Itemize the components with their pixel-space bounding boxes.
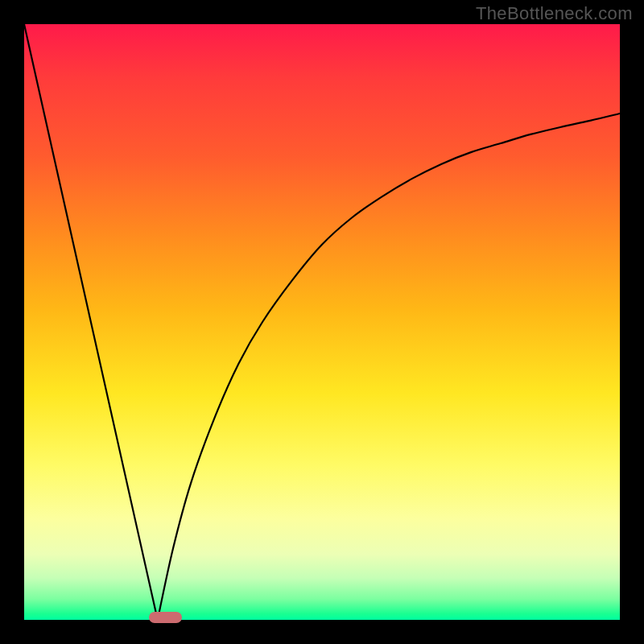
plot-area [24,24,620,620]
curve-left-branch [24,24,158,620]
curve-right-branch [158,114,620,620]
optimal-marker [149,612,182,623]
watermark-text: TheBottleneck.com [476,3,633,24]
bottleneck-curve [24,24,620,620]
chart-container: TheBottleneck.com [0,0,644,644]
